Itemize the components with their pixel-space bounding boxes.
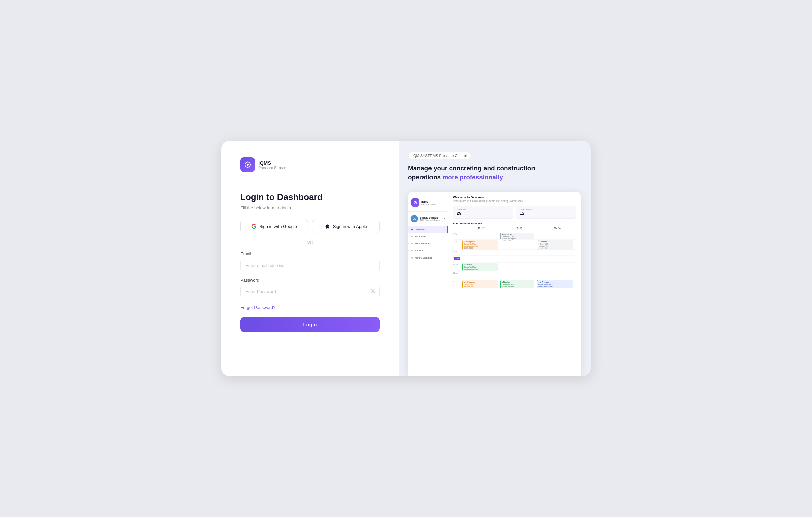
app-title: IQMS xyxy=(258,160,286,165)
or-divider: OR xyxy=(240,240,380,245)
apple-signin-button[interactable]: Sign in with Apple xyxy=(312,220,380,233)
cells-4pm: ● Not Started Centre Wall Pour session d… xyxy=(462,232,576,239)
cal-body: 4 PM ● Not Started Centre Wall Pour sess… xyxy=(453,232,576,290)
time-12pm: 12 PM xyxy=(453,263,462,265)
login-subheading: Fill the below form to login xyxy=(240,205,380,210)
event-not-started-2: ● Not Star... Centre Wall session dec 14… xyxy=(538,240,573,250)
cells-2pm xyxy=(462,250,576,255)
event-not-started-1: ● Not Started Centre Wall Pour session d… xyxy=(500,233,534,239)
toggle-password-icon[interactable] xyxy=(371,288,376,295)
event-in-progress-1: ● In Progress Centre Wall Pour session d… xyxy=(462,240,498,250)
google-icon xyxy=(251,224,257,229)
mini-project-selector[interactable]: SS Sydney Stadium 1000 Riverside Blvd...… xyxy=(408,212,448,226)
event-finished-2: ● Finished Centre Wall Pour session desc… xyxy=(500,280,534,288)
pour-sessions-value: 12 xyxy=(520,211,573,216)
time-11am: 11 AM xyxy=(453,271,462,274)
nav-dot-settings xyxy=(411,257,413,258)
google-signin-label: Sign in with Google xyxy=(259,224,297,229)
apple-signin-label: Sign in with Apple xyxy=(333,224,368,229)
nav-dot-overview xyxy=(411,229,413,230)
time-4pm: 4 PM xyxy=(453,232,462,235)
cal-row-4pm: 4 PM ● Not Started Centre Wall Pour sess… xyxy=(453,232,576,240)
cells-12pm: ● Finished Centre Wall Pour session desc… xyxy=(462,263,576,271)
email-input-wrap xyxy=(240,258,380,272)
day-tu: Tu 13 xyxy=(500,227,538,229)
cells-1pm xyxy=(462,256,576,262)
cal-row-10am: 10 AM ● Finished Centre Wall Pour sessio… xyxy=(453,280,576,290)
event-finished-1: ● Finished Centre Wall Pour session desc… xyxy=(462,263,498,271)
promo-panel: IQM SYSTEMS Pressure Control Manage your… xyxy=(399,141,590,376)
mini-logo-icon xyxy=(411,199,419,207)
time-10am: 10 AM xyxy=(453,280,462,283)
password-input-wrap xyxy=(240,285,380,298)
apple-icon xyxy=(325,224,330,229)
cal-row-12pm: 12 PM ● Finished Centre Wall Pour sessio… xyxy=(453,263,576,271)
cells-11am xyxy=(462,271,576,280)
logo-area: IQMS Pressure Sensor xyxy=(240,157,380,172)
or-text: OR xyxy=(307,240,313,245)
nav-label-structures: Structures xyxy=(415,235,426,238)
email-label: Email xyxy=(240,251,380,256)
schedule-title: Pour Sessions schedule xyxy=(453,222,576,225)
mini-welcome-title: Welcome to Overview xyxy=(453,196,576,199)
mini-welcome-sub: Please define your project structures be… xyxy=(453,200,576,202)
event-in-progress-3: ● In Progress Centre Wall session des xyxy=(462,280,498,288)
day-we: We 14 xyxy=(539,227,576,229)
nav-label-reports: Reports xyxy=(415,249,424,252)
dashboard-preview: IQMS Pressure Sensor SS Sydney Stadium 1… xyxy=(408,192,581,376)
password-input[interactable] xyxy=(240,285,380,298)
email-input[interactable] xyxy=(240,258,380,272)
structures-value: 29 xyxy=(457,211,510,216)
login-button[interactable]: Login xyxy=(240,317,380,332)
mini-project-info: Sydney Stadium 1000 Riverside Blvd... xyxy=(420,217,442,221)
mini-nav-pour-sessions[interactable]: Pour Sessions xyxy=(408,240,448,247)
mini-logo: IQMS Pressure Sensor xyxy=(408,196,448,212)
right-line xyxy=(317,242,380,242)
pour-sessions-stat: Pour Sessions 12 xyxy=(516,206,576,219)
mini-nav-settings[interactable]: Project Settings xyxy=(408,254,448,261)
mini-nav-reports[interactable]: Reports xyxy=(408,247,448,254)
app-logo-icon xyxy=(240,157,255,172)
cal-row-1pm: 1 PM 12:44 xyxy=(453,256,576,263)
day-mo: Mo 12 xyxy=(462,227,500,229)
mini-project-avatar: SS xyxy=(411,215,418,222)
svg-point-5 xyxy=(415,202,416,203)
cal-row-3pm: 3 PM ● In Progress Centre Wall Pour sess… xyxy=(453,240,576,250)
mini-logo-title: IQMS xyxy=(422,200,437,203)
forget-password-link[interactable]: Forget Password? xyxy=(240,305,380,310)
mini-stats-row: Structures 29 Pour Sessions 12 xyxy=(453,206,576,219)
event-in-progress-2: ● In Progress Centre Wall Pour session d… xyxy=(536,280,573,288)
mini-logo-sub: Pressure Sensor xyxy=(422,203,437,205)
mini-main-content: Welcome to Overview Please define your p… xyxy=(448,192,581,376)
mini-calendar: Mo 12 Tu 13 We 14 4 PM ● Not Started xyxy=(453,227,576,290)
password-group: Password xyxy=(240,278,380,298)
promo-badge: IQM SYSTEMS Pressure Control xyxy=(408,152,471,159)
login-heading: Login to Dashboard xyxy=(240,192,380,203)
nav-dot-structures xyxy=(411,236,413,237)
svg-point-1 xyxy=(246,163,249,165)
mini-nav-overview[interactable]: Overview › xyxy=(408,226,448,233)
app-subtitle: Pressure Sensor xyxy=(258,165,286,170)
login-panel: IQMS Pressure Sensor Login to Dashboard … xyxy=(222,141,399,376)
chevron-down-icon: ▾ xyxy=(444,217,445,220)
svg-point-2 xyxy=(247,161,248,162)
nav-label-pour: Pour Sessions xyxy=(415,242,431,245)
cells-10am: ● Finished Centre Wall Pour session desc… xyxy=(462,280,576,290)
google-signin-button[interactable]: Sign in with Google xyxy=(240,220,308,233)
cells-3pm: ● In Progress Centre Wall Pour session d… xyxy=(462,240,576,249)
password-label: Password xyxy=(240,278,380,283)
mini-project-name: Sydney Stadium xyxy=(420,217,442,219)
nav-label-overview: Overview xyxy=(415,228,425,231)
mini-logo-text: IQMS Pressure Sensor xyxy=(422,200,437,205)
time-3pm: 3 PM xyxy=(453,240,462,242)
mini-project-addr: 1000 Riverside Blvd... xyxy=(420,219,442,221)
promo-heading-line1: Manage your concreting and construction xyxy=(408,164,535,172)
promo-highlight: more professionally xyxy=(442,174,503,181)
nav-dot-pour xyxy=(411,243,413,244)
mini-nav-structures[interactable]: Structures xyxy=(408,233,448,240)
nav-dot-reports xyxy=(411,250,413,251)
now-badge: 12:44 xyxy=(454,257,460,260)
cal-header: Mo 12 Tu 13 We 14 xyxy=(453,227,576,231)
nav-label-settings: Project Settings xyxy=(415,256,433,259)
left-line xyxy=(240,242,303,242)
